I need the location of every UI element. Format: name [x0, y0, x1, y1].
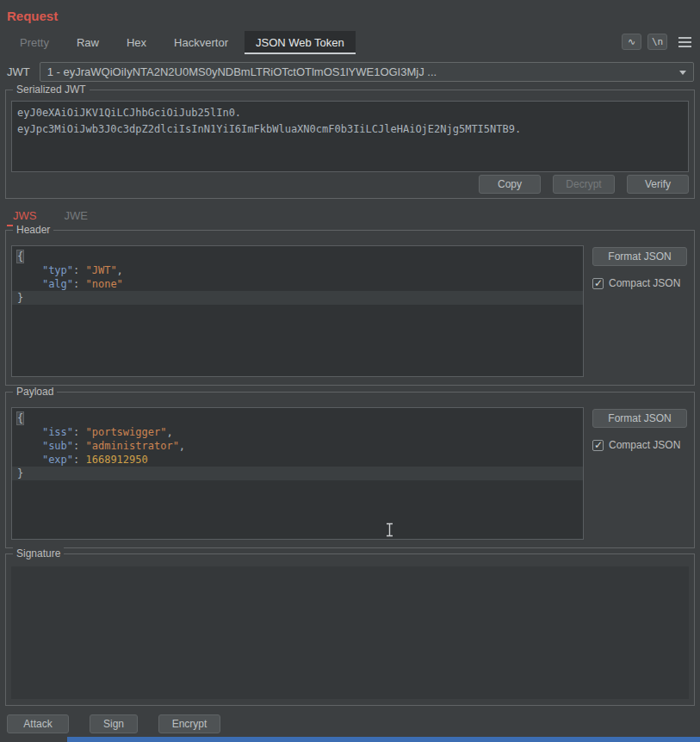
tab-json-web-token[interactable]: JSON Web Token: [245, 31, 356, 54]
signature-textarea[interactable]: [11, 566, 689, 699]
menu-icon[interactable]: [678, 37, 691, 47]
header-group-label: Header: [13, 224, 53, 236]
page-title: Request: [7, 9, 58, 23]
compact-json-label: Compact JSON: [609, 277, 680, 289]
decrypt-button[interactable]: Decrypt: [553, 175, 615, 194]
sign-button[interactable]: Sign: [90, 714, 138, 733]
compact-json-checkbox[interactable]: [592, 440, 604, 451]
compact-json-checkbox[interactable]: [592, 278, 604, 289]
chevron-down-icon: [679, 71, 686, 75]
action-buttons: Attack Sign Encrypt: [7, 714, 220, 733]
tab-raw[interactable]: Raw: [65, 31, 110, 54]
tab-hackvertor[interactable]: Hackvertor: [163, 31, 239, 54]
editor-toolbar: ∿ \n: [622, 34, 691, 50]
attack-button[interactable]: Attack: [7, 714, 69, 733]
signature-group: Signature: [5, 553, 695, 706]
editor-tab-bar: Pretty Raw Hex Hackvertor JSON Web Token: [9, 31, 597, 54]
serialized-jwt-line: eyJ0eXAiOiJKV1QiLCJhbGciOiJub25lIn0.: [12, 105, 688, 121]
compact-json-label: Compact JSON: [609, 439, 680, 451]
tab-jwe[interactable]: JWE: [58, 207, 93, 226]
header-json-editor[interactable]: { "typ": "JWT", "alg": "none"}: [11, 245, 584, 377]
compact-json-row: Compact JSON: [592, 439, 687, 451]
jwt-dropdown-value: 1 - eyJraWQiOiIyNTA2N2U0MS0yNDBmLTRiOTct…: [47, 65, 437, 78]
header-side-controls: Format JSON Compact JSON: [592, 247, 687, 289]
verify-button[interactable]: Verify: [627, 175, 689, 194]
tab-hex[interactable]: Hex: [115, 31, 158, 54]
text-cursor-pointer: [385, 522, 394, 537]
encrypt-button[interactable]: Encrypt: [158, 714, 220, 733]
format-json-button[interactable]: Format JSON: [592, 409, 687, 428]
payload-json-editor[interactable]: { "iss": "portswigger", "sub": "administ…: [11, 407, 584, 540]
jwt-editor-panel: Request Pretty Raw Hex Hackvertor JSON W…: [0, 0, 700, 742]
copy-button[interactable]: Copy: [479, 175, 541, 194]
newline-chars-icon[interactable]: \n: [647, 34, 667, 50]
serialized-jwt-group-label: Serialized JWT: [13, 83, 90, 96]
payload-group-label: Payload: [13, 386, 57, 398]
header-group: Header { "typ": "JWT", "alg": "none"} Fo…: [5, 230, 695, 386]
jwt-label: JWT: [7, 65, 30, 78]
serialized-jwt-group: Serialized JWT eyJ0eXAiOiJKV1QiLCJhbGciO…: [5, 90, 695, 199]
serialized-jwt-line: eyJpc3MiOiJwb3J0c3dpZ2dlciIsInN1YiI6ImFk…: [12, 121, 688, 138]
wrap-lines-icon[interactable]: ∿: [622, 34, 641, 50]
jwt-dropdown[interactable]: 1 - eyJraWQiOiIyNTA2N2U0MS0yNDBmLTRiOTct…: [40, 62, 694, 82]
signature-group-label: Signature: [13, 547, 64, 560]
jwt-selector-row: JWT 1 - eyJraWQiOiIyNTA2N2U0MS0yNDBmLTRi…: [7, 61, 694, 82]
tab-pretty[interactable]: Pretty: [9, 31, 60, 54]
format-json-button[interactable]: Format JSON: [592, 247, 687, 266]
compact-json-row: Compact JSON: [592, 277, 687, 289]
serialized-jwt-textarea[interactable]: eyJ0eXAiOiJKV1QiLCJhbGciOiJub25lIn0. eyJ…: [11, 101, 689, 172]
serialized-jwt-buttons: Copy Decrypt Verify: [479, 175, 689, 194]
payload-group: Payload { "iss": "portswigger", "sub": "…: [5, 392, 695, 548]
bottom-highlight-bar: [67, 737, 700, 742]
payload-side-controls: Format JSON Compact JSON: [592, 409, 687, 451]
